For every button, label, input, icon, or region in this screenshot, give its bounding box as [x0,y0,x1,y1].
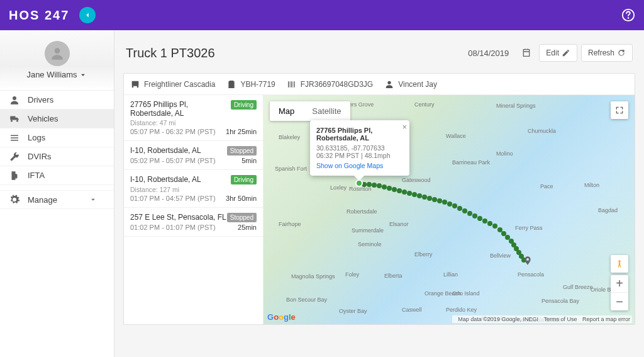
sidebar-item-drivers[interactable]: Drivers [0,91,114,110]
profile-name-label: Jane Williams [26,70,77,79]
trip-item[interactable]: I-10, Robertsdale, AL Driving Distance: … [124,170,263,208]
chevron-down-icon [79,71,87,79]
person-icon [9,94,20,106]
sidebar-item-dvirs[interactable]: DVIRs [0,147,114,166]
main-content: Truck 1 PT3026 08/14/2019 Edit Refresh F… [114,30,644,357]
fullscreen-button[interactable] [611,101,628,119]
status-badge: Stopped [227,213,257,222]
sidebar-item-label: Vehicles [28,114,58,123]
svg-point-13 [397,188,402,193]
svg-point-4 [388,81,391,84]
vehicle-model: Freightliner Cascadia [130,79,215,89]
map-type-satellite[interactable]: Satellite [303,101,350,121]
terms-link[interactable]: Terms of Use [543,316,577,322]
sidebar-item-label: Logs [28,133,45,142]
refresh-button-label: Refresh [588,48,614,57]
page-header: Truck 1 PT3026 08/14/2019 Edit Refresh [123,38,635,68]
svg-point-21 [437,198,442,203]
person-icon [49,45,65,62]
fuel-icon [9,170,20,181]
date-picker-button[interactable] [518,44,535,62]
truck-icon [9,113,20,125]
svg-point-28 [472,213,477,218]
barcode-icon [287,79,297,89]
profile-section: Jane Williams [0,30,114,91]
zoom-in-button[interactable]: + [611,275,628,293]
back-button[interactable] [79,7,96,23]
sidebar-item-logs[interactable]: Logs [0,128,114,147]
svg-point-3 [13,96,16,100]
svg-point-25 [457,206,462,211]
calendar-icon [521,48,531,58]
svg-point-12 [392,187,397,192]
person-icon [384,79,394,89]
svg-point-33 [497,227,502,232]
help-button[interactable] [621,8,635,22]
pencil-icon [562,48,570,57]
refresh-icon [617,48,626,57]
map-attribution: Map data ©2019 Google, INEGI Terms of Us… [452,315,632,323]
map-type-control: Map Satellite [270,101,350,121]
fullscreen-icon [614,105,625,115]
refresh-button[interactable]: Refresh [581,44,633,62]
svg-point-16 [412,192,417,197]
sidebar-item-ifta[interactable]: IFTA [0,166,114,185]
svg-point-27 [467,211,472,216]
edit-button[interactable]: Edit [539,44,577,62]
zoom-control: + − [611,275,628,310]
zoom-out-button[interactable]: − [611,293,628,310]
open-gmaps-link[interactable]: Show on Google Maps [316,162,402,169]
svg-point-31 [487,221,492,226]
sidebar-item-label: DVIRs [28,152,52,161]
trip-item[interactable]: 27765 Phillips Pl, Robertsdale, AL Drivi… [124,95,263,141]
svg-point-15 [407,191,412,196]
svg-point-17 [417,193,422,198]
trip-list[interactable]: 27765 Phillips Pl, Robertsdale, AL Drivi… [124,95,264,324]
svg-point-32 [492,224,497,229]
svg-point-2 [54,48,60,54]
svg-point-24 [452,203,457,208]
app-header: HOS 247 [0,0,644,30]
map-pane[interactable]: Map Satellite × 27765 Phillips Pl, Rober… [264,95,635,324]
list-icon [9,132,20,144]
sidebar: Jane Williams Drivers Vehicles Logs DVIR… [0,30,114,357]
trip-item[interactable]: 257 E Lee St, Pensacola, FL Stopped 01:0… [124,208,263,237]
vehicle-driver: Vincent Jay [384,79,437,89]
chevron-left-icon [83,11,92,20]
svg-point-20 [432,197,437,202]
svg-point-23 [447,201,452,207]
pegman-button[interactable] [611,255,628,273]
map-marker-end[interactable] [523,254,533,270]
help-icon [621,8,635,22]
vehicle-meta-row: Freightliner Cascadia YBH-7719 FJR366970… [124,74,635,95]
trip-item[interactable]: I-10, Robertsdale, AL Stopped 05:02 PM -… [124,141,263,170]
status-badge: Driving [231,100,257,110]
svg-point-22 [442,200,447,205]
sidebar-item-vehicles[interactable]: Vehicles [0,110,114,128]
gear-icon [9,194,20,205]
date-display: 08/14/2019 [468,48,509,58]
svg-point-29 [477,216,482,221]
profile-name-dropdown[interactable]: Jane Williams [26,70,87,79]
status-badge: Driving [231,175,257,184]
pegman-icon [615,258,624,269]
svg-point-18 [422,195,427,200]
sidebar-item-label: Manage [28,195,57,205]
report-error-link[interactable]: Report a map error [582,316,630,322]
close-icon[interactable]: × [402,122,407,132]
svg-point-30 [482,218,487,224]
svg-point-26 [462,208,467,213]
edit-button-label: Edit [546,48,559,57]
map-type-map[interactable]: Map [270,101,303,121]
sidebar-item-manage[interactable]: Manage [0,190,114,209]
svg-point-35 [505,235,510,240]
wrench-icon [9,151,20,162]
svg-point-34 [501,231,506,236]
vehicle-plate: YBH-7719 [226,79,275,89]
svg-point-1 [628,18,629,18]
google-logo: Google [267,312,296,322]
svg-point-42 [618,260,621,263]
chevron-down-icon [89,195,97,204]
sidebar-item-label: IFTA [28,171,45,180]
vehicle-vin: FJR36697048GD3JG [287,79,373,89]
